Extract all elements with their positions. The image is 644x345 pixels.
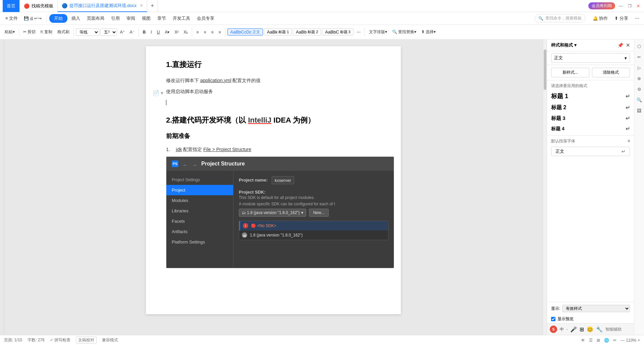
preview-checkbox[interactable]	[551, 317, 555, 321]
tab-template[interactable]: 🔴 找稿壳模板	[20, 0, 58, 12]
sdk-dropdown[interactable]: 🗂 1.8 (java version "1.8.0_162") ▾	[239, 209, 306, 217]
style-h2[interactable]: AaBb 标题 2	[293, 28, 321, 36]
ri-icon-6[interactable]: 🔍	[635, 96, 643, 104]
icon-undo[interactable]: ↩	[34, 16, 38, 21]
close-panel-icon[interactable]: ✕	[626, 43, 630, 48]
rp-show-select[interactable]: 有效样式	[562, 305, 630, 312]
zoom-in-btn[interactable]: +	[638, 338, 640, 343]
style-h3[interactable]: AaBbC 标题 3	[322, 28, 353, 36]
text-layout-btn[interactable]: 文字排版▾	[367, 28, 389, 36]
style-item-h4[interactable]: 标题 4 ↵	[547, 124, 634, 134]
status-spell[interactable]: ✓ 拼写检查	[50, 337, 70, 343]
menu-review[interactable]: 审阅	[124, 14, 138, 23]
copy-btn[interactable]: ⎘ 复制	[39, 28, 54, 36]
align-left-btn[interactable]: ≡	[194, 29, 201, 36]
status-edit-icon[interactable]: ✏	[613, 338, 616, 343]
sdk-option-18[interactable]: ☕ 1.8 (java version "1.8.0_162")	[239, 230, 388, 240]
status-grid-icon[interactable]: ⊞	[597, 338, 600, 343]
zoom-control[interactable]: — 110% +	[621, 338, 640, 343]
style-h2-apply-icon[interactable]: ↵	[626, 105, 630, 111]
menu-insert[interactable]: 插入	[69, 14, 83, 23]
superscript-btn[interactable]: X²	[172, 29, 180, 36]
menu-view[interactable]: 视图	[139, 14, 153, 23]
paste-btn[interactable]: 粘贴▾	[3, 28, 17, 36]
sougou-tools[interactable]: 🔧	[596, 326, 603, 333]
menu-chapter[interactable]: 章节	[155, 14, 169, 23]
status-web-icon[interactable]: 🌐	[604, 338, 609, 343]
rp-normal-para[interactable]: 正文 ↵	[551, 147, 630, 156]
clear-format-btn[interactable]: 清除格式	[592, 68, 630, 77]
menu-start[interactable]: 开始	[49, 14, 67, 23]
style-item-h1[interactable]: 标题 1 ↵	[547, 90, 634, 102]
sidebar-platform-settings[interactable]: Platform Settings	[166, 237, 233, 247]
sougou-emoji[interactable]: 😊	[587, 326, 593, 333]
project-name-value[interactable]: kxserver	[275, 178, 291, 183]
align-right-btn[interactable]: ≡	[209, 29, 215, 36]
normal-para-apply-icon[interactable]: ↵	[622, 149, 626, 154]
image-nav-forward[interactable]: →	[191, 162, 199, 168]
style-h1-apply-icon[interactable]: ↵	[626, 93, 630, 99]
format-brush-btn[interactable]: 格式刷	[55, 28, 71, 36]
rp-style-select[interactable]: 正文 ▾	[551, 53, 630, 63]
tab-doc[interactable]: 🔵 提币接口运行及搭建测试环境.docx ✕	[58, 0, 147, 12]
style-h3-apply-icon[interactable]: ↵	[626, 115, 630, 122]
tab-home[interactable]: 首页	[3, 0, 20, 12]
sidebar-modules[interactable]: Modules	[166, 195, 233, 206]
style-h4-apply-icon[interactable]: ↵	[626, 126, 630, 132]
menu-dev-tools[interactable]: 开发工具	[170, 14, 193, 23]
underline-btn[interactable]: U	[155, 29, 162, 36]
bold-btn[interactable]: B	[141, 29, 148, 36]
menu-page-layout[interactable]: 页面布局	[84, 14, 107, 23]
sougou-table[interactable]: ⊞	[580, 326, 584, 333]
ri-icon-3[interactable]: ▷	[635, 64, 643, 72]
style-h1[interactable]: AaBk 标题 1	[264, 28, 292, 36]
vip-button[interactable]: 会员将到期	[588, 2, 615, 9]
add-tab-btn[interactable]: +	[147, 0, 158, 12]
status-list-icon[interactable]: ☰	[589, 338, 593, 343]
sdk-option-nosdk[interactable]: ! 🔴 <No SDK>	[239, 221, 388, 230]
scrollbar-thumb[interactable]	[544, 50, 546, 90]
new-style-btn[interactable]: 新样式...	[551, 68, 589, 77]
ri-icon-4[interactable]: ⊕	[635, 74, 643, 82]
style-item-h3[interactable]: 标题 3 ↵	[547, 113, 634, 124]
menu-member[interactable]: 会员专享	[194, 14, 217, 23]
sdk-new-btn[interactable]: New...	[309, 209, 329, 217]
image-nav-back[interactable]: ←	[181, 162, 189, 168]
align-center-btn[interactable]: ≡	[202, 29, 208, 36]
font-size-up-btn[interactable]: A⁺	[118, 29, 127, 36]
maximize-btn[interactable]: ❐	[627, 3, 633, 9]
icon-print[interactable]: 🖨	[30, 16, 34, 21]
document-area[interactable]: 📄 ▾ 1.直接运行 修改运行脚本下 application.yml 配置文件的…	[4, 40, 543, 335]
sidebar-facets[interactable]: Facets	[166, 216, 233, 226]
icon-save[interactable]: 💾	[24, 16, 29, 21]
main-scrollbar[interactable]	[543, 40, 547, 335]
find-replace-btn[interactable]: 🔍 查找替换▾	[390, 28, 418, 36]
zoom-out-btn[interactable]: —	[621, 338, 625, 343]
sidebar-project[interactable]: Project	[166, 185, 233, 195]
close-tab-icon[interactable]: ✕	[140, 3, 143, 8]
ri-icon-5[interactable]: ⚙	[635, 85, 643, 93]
font-size-down-btn[interactable]: A⁻	[128, 29, 137, 36]
status-textcheck[interactable]: 文稿校对	[76, 337, 97, 344]
menu-file[interactable]: ≡ 文件	[3, 14, 20, 23]
subscript-btn[interactable]: X₂	[181, 29, 190, 36]
select-btn[interactable]: ⬆ 选择▾	[419, 28, 438, 36]
sidebar-libraries[interactable]: Libraries	[166, 206, 233, 216]
status-view-icon[interactable]: 👁	[581, 338, 585, 343]
menu-search-box[interactable]: 🔍 查找命令，搜索模板	[535, 14, 585, 22]
minimize-btn[interactable]: —	[618, 3, 624, 9]
italic-btn[interactable]: I	[149, 29, 154, 36]
ri-icon-2[interactable]: ✏	[635, 53, 643, 61]
sougou-mic[interactable]: 🎤	[570, 326, 577, 333]
align-justify-btn[interactable]: ≡	[216, 29, 223, 36]
font-size-select[interactable]: 五号	[100, 28, 117, 36]
sidebar-artifacts[interactable]: Artifacts	[166, 226, 233, 237]
ri-icon-7[interactable]: 🖼	[635, 107, 643, 115]
share-btn[interactable]: ⬆ 分享	[612, 14, 630, 23]
sougou-lang[interactable]: 中	[560, 327, 564, 332]
pin-icon[interactable]: 📌	[618, 43, 623, 48]
style-normal[interactable]: AaBbCcDc 正文	[227, 28, 263, 36]
cut-btn[interactable]: ✂ 剪切	[21, 28, 38, 36]
more-styles-btn[interactable]: ⋯	[355, 29, 363, 36]
icon-redo[interactable]: ↪	[38, 16, 42, 21]
